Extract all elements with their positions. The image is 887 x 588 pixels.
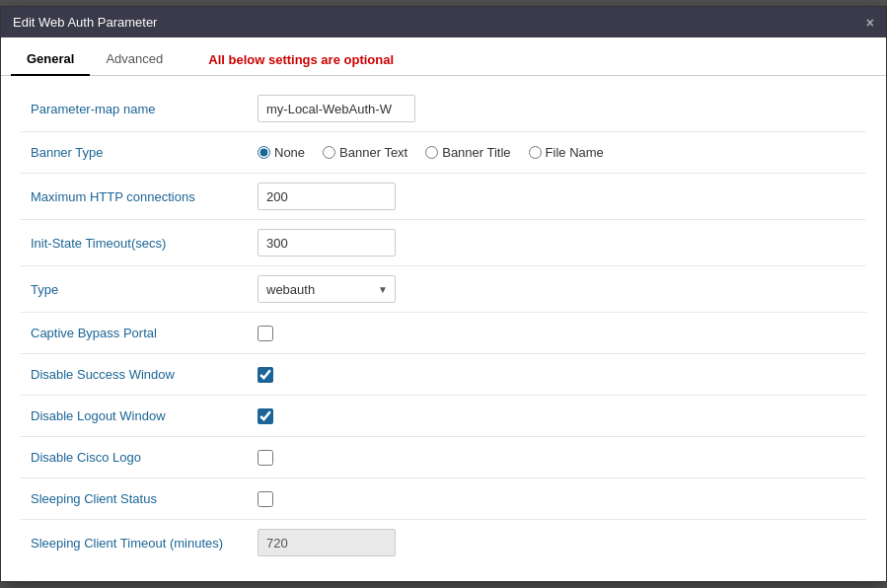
label-sleeping-timeout: Sleeping Client Timeout (minutes) xyxy=(31,536,258,551)
radio-banner-title[interactable]: Banner Title xyxy=(425,145,510,160)
label-max-http: Maximum HTTP connections xyxy=(31,189,258,204)
edit-web-auth-dialog: Edit Web Auth Parameter × General Advanc… xyxy=(0,6,887,582)
tab-general[interactable]: General xyxy=(11,43,90,76)
radio-banner-text[interactable]: Banner Text xyxy=(323,145,407,160)
label-disable-logout: Disable Logout Window xyxy=(31,408,258,423)
row-disable-logout: Disable Logout Window xyxy=(21,396,866,437)
close-button[interactable]: × xyxy=(866,16,874,30)
control-parameter-map-name xyxy=(258,95,856,122)
control-captive-bypass xyxy=(258,326,856,341)
dialog-title-bar: Edit Web Auth Parameter × xyxy=(1,7,886,37)
row-sleeping-status: Sleeping Client Status xyxy=(21,478,866,520)
input-parameter-map-name[interactable] xyxy=(258,95,415,122)
checkbox-captive-bypass[interactable] xyxy=(258,326,273,341)
dialog-body: General Advanced All below settings are … xyxy=(1,37,886,581)
control-banner-type: None Banner Text Banner Title File Name xyxy=(258,145,856,160)
dialog-title-text: Edit Web Auth Parameter xyxy=(13,15,157,30)
row-disable-logo: Disable Cisco Logo xyxy=(21,437,866,478)
input-init-state[interactable] xyxy=(258,229,396,257)
radio-none-input[interactable] xyxy=(258,146,270,159)
tabs-row: General Advanced All below settings are … xyxy=(1,37,886,76)
row-max-http: Maximum HTTP connections xyxy=(21,174,866,220)
row-captive-bypass: Captive Bypass Portal xyxy=(21,313,866,354)
input-sleeping-timeout[interactable] xyxy=(258,529,396,556)
select-type[interactable]: webauth consent webconsent xyxy=(258,275,396,303)
input-max-http[interactable] xyxy=(258,183,396,210)
checkbox-disable-logo[interactable] xyxy=(258,450,273,466)
control-sleeping-timeout xyxy=(258,529,856,556)
control-max-http xyxy=(258,183,856,210)
optional-notice: All below settings are optional xyxy=(208,52,394,67)
control-disable-logo xyxy=(258,450,856,466)
label-disable-logo: Disable Cisco Logo xyxy=(31,450,258,465)
label-init-state: Init-State Timeout(secs) xyxy=(31,236,258,251)
control-disable-success xyxy=(258,367,856,383)
row-parameter-map-name: Parameter-map name xyxy=(21,86,866,132)
radio-none[interactable]: None xyxy=(258,145,305,160)
checkbox-disable-logout[interactable] xyxy=(258,408,273,424)
row-disable-success: Disable Success Window xyxy=(21,354,866,396)
control-init-state xyxy=(258,229,856,257)
label-sleeping-status: Sleeping Client Status xyxy=(31,491,258,506)
checkbox-sleeping-status[interactable] xyxy=(258,491,273,507)
row-type: Type webauth consent webconsent ▼ xyxy=(21,266,866,313)
control-disable-logout xyxy=(258,408,856,424)
radio-banner-title-input[interactable] xyxy=(425,146,438,159)
label-banner-type: Banner Type xyxy=(31,145,258,160)
control-type: webauth consent webconsent ▼ xyxy=(258,275,856,303)
radio-banner-text-input[interactable] xyxy=(323,146,335,159)
radio-file-name-input[interactable] xyxy=(529,146,542,159)
label-disable-success: Disable Success Window xyxy=(31,367,258,382)
form-area: Parameter-map name Banner Type None Bann… xyxy=(1,76,886,581)
tab-advanced[interactable]: Advanced xyxy=(90,43,179,76)
row-sleeping-timeout: Sleeping Client Timeout (minutes) xyxy=(21,520,866,565)
row-banner-type: Banner Type None Banner Text Banner Titl… xyxy=(21,132,866,174)
row-init-state: Init-State Timeout(secs) xyxy=(21,220,866,266)
label-parameter-map-name: Parameter-map name xyxy=(31,102,258,116)
radio-group-banner-type: None Banner Text Banner Title File Name xyxy=(258,145,604,160)
radio-file-name[interactable]: File Name xyxy=(529,145,604,160)
select-wrapper-type: webauth consent webconsent ▼ xyxy=(258,275,396,303)
checkbox-disable-success[interactable] xyxy=(258,367,273,383)
label-captive-bypass: Captive Bypass Portal xyxy=(31,326,258,340)
control-sleeping-status xyxy=(258,491,856,507)
label-type: Type xyxy=(31,282,258,297)
